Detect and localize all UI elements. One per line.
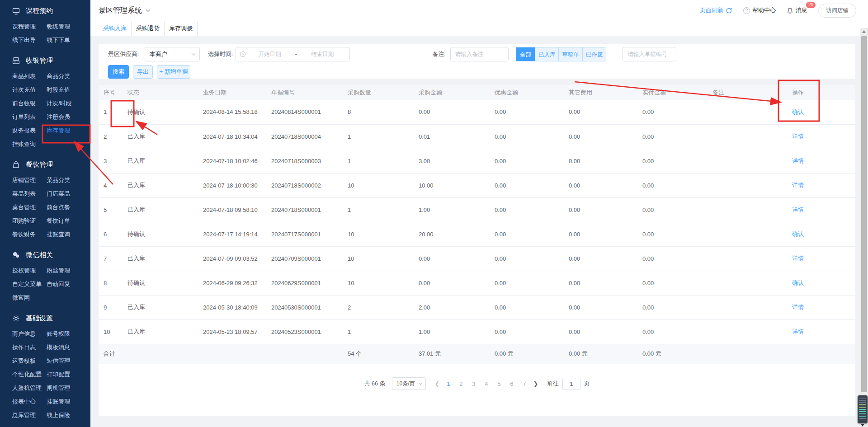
page-number-3[interactable]: 3: [467, 380, 480, 387]
scroll-down-arrow-icon[interactable]: [861, 424, 864, 427]
status-filter-draft[interactable]: 草稿单: [559, 47, 583, 61]
sidebar-item[interactable]: 自动回复: [47, 277, 90, 291]
confirm-link[interactable]: 确认: [792, 108, 804, 115]
sidebar-item[interactable]: 桌台管理: [12, 201, 47, 214]
detail-link[interactable]: 详情: [792, 304, 804, 310]
sidebar-item[interactable]: 总库管理: [12, 408, 47, 422]
sidebar-item[interactable]: 餐饮订单: [47, 214, 90, 228]
sidebar-item[interactable]: 前台点餐: [47, 201, 90, 214]
sidebar-item[interactable]: 商品分类: [47, 70, 90, 83]
sidebar-item[interactable]: 商户信息: [12, 327, 47, 341]
app-title-dropdown[interactable]: 景区管理系统: [99, 6, 151, 15]
sidebar-item[interactable]: 粉丝管理: [47, 264, 90, 277]
search-button[interactable]: 搜索: [108, 65, 129, 79]
cell-date: 2024-07-17 14:19:14: [203, 222, 271, 246]
sidebar-item[interactable]: 菜品列表: [12, 187, 47, 201]
section-title: 微信相关: [26, 251, 53, 259]
status-filter-all[interactable]: 全部: [516, 47, 535, 61]
cell-note: [712, 124, 769, 149]
sidebar-item[interactable]: 报表中心: [12, 395, 47, 408]
scroll-minimap-widget[interactable]: [858, 395, 868, 423]
cell-amount: 3.00: [419, 149, 495, 173]
sidebar-item[interactable]: 订单列表: [12, 110, 47, 124]
sidebar-item[interactable]: 课程管理: [12, 20, 47, 33]
goto-page-input[interactable]: [562, 378, 580, 390]
sidebar-item[interactable]: 操作日志: [12, 341, 47, 354]
sidebar-item[interactable]: 团购验证: [12, 214, 47, 228]
date-range-picker[interactable]: 开始日期 - 结束日期: [236, 47, 350, 61]
page-number-4[interactable]: 4: [480, 380, 493, 387]
sidebar-item[interactable]: 短信管理: [47, 354, 90, 368]
sidebar-item[interactable]: 挂账查询: [47, 228, 90, 241]
sidebar-item[interactable]: 授权管理: [12, 264, 47, 277]
refresh-label: 页面刷新: [700, 6, 723, 14]
sidebar-item[interactable]: 前台收银: [12, 97, 47, 110]
page-size-select[interactable]: 10条/页: [392, 377, 426, 390]
sidebar-item[interactable]: 自定义菜单: [12, 277, 47, 291]
confirm-link[interactable]: 确认: [792, 279, 804, 286]
note-input[interactable]: [450, 47, 509, 61]
sidebar-item[interactable]: 教练管理: [47, 20, 90, 33]
page-number-7[interactable]: 7: [518, 380, 531, 387]
sidebar-item[interactable]: 模板消息: [47, 341, 90, 354]
cell-date: 2024-07-18 09:58:10: [203, 197, 271, 222]
add-order-button[interactable]: + 新增单据: [157, 65, 190, 79]
tab-purchase-return[interactable]: 采购退货: [132, 21, 165, 36]
sidebar-item[interactable]: 店铺管理: [12, 174, 47, 187]
sidebar-item[interactable]: 运费模板: [12, 354, 47, 368]
page-title: 景区管理系统: [99, 6, 142, 15]
detail-link[interactable]: 详情: [792, 255, 804, 262]
scroll-up-arrow-icon[interactable]: [862, 30, 866, 33]
sidebar-item[interactable]: 账号权限: [47, 327, 90, 341]
detail-link[interactable]: 详情: [792, 133, 804, 140]
sidebar-item[interactable]: 财务报表: [12, 124, 47, 137]
sidebar-item[interactable]: 菜品分类: [47, 174, 90, 187]
messages-button[interactable]: 消息 20: [787, 6, 807, 14]
tab-purchase-inbound[interactable]: 采购入库: [99, 21, 132, 36]
sidebar-item[interactable]: 打印配置: [47, 368, 90, 381]
detail-link[interactable]: 详情: [792, 182, 804, 188]
cell-code: 20240718S000003: [271, 149, 348, 173]
order-code-input[interactable]: [623, 47, 676, 61]
sidebar-item[interactable]: 挂账管理: [47, 395, 90, 408]
sidebar-item[interactable]: 闸机管理: [47, 381, 90, 395]
cell-amount: 1.00: [419, 197, 495, 222]
sidebar-item[interactable]: 餐饮财务: [12, 228, 47, 241]
prev-page-button[interactable]: ❮: [432, 380, 442, 387]
tab-stock-transfer[interactable]: 库存调拨: [165, 21, 198, 36]
sidebar-item[interactable]: 商品列表: [12, 70, 47, 83]
sidebar-item[interactable]: 线下出导: [12, 33, 47, 47]
sidebar-item[interactable]: 计次/时段: [47, 97, 90, 110]
sidebar-item[interactable]: 线下下单: [47, 33, 90, 47]
sidebar-item[interactable]: 计次充值: [12, 83, 47, 97]
detail-link[interactable]: 详情: [792, 157, 804, 164]
page-number-5[interactable]: 5: [493, 380, 505, 387]
next-page-button[interactable]: ❯: [531, 380, 541, 387]
sidebar-item[interactable]: 微官网: [12, 291, 47, 305]
visit-shop-button[interactable]: 访问店铺: [818, 4, 856, 18]
sidebar-item[interactable]: 挂账查询: [12, 137, 47, 151]
page-number-1[interactable]: 1: [442, 380, 455, 387]
confirm-link[interactable]: 确认: [792, 230, 804, 237]
supplier-select[interactable]: 本商户: [145, 47, 200, 61]
page-refresh-button[interactable]: 页面刷新: [700, 6, 732, 14]
detail-link[interactable]: 详情: [792, 206, 804, 213]
sidebar-item[interactable]: 时段充值: [47, 83, 90, 97]
vertical-scrollbar[interactable]: [860, 28, 868, 427]
cell-no: 8: [99, 271, 127, 295]
export-button[interactable]: 导出: [133, 65, 153, 79]
detail-link[interactable]: 详情: [792, 328, 804, 335]
status-filter-inbound[interactable]: 已入库: [535, 47, 559, 61]
sidebar-item[interactable]: 个性化配置: [12, 368, 47, 381]
scrollbar-thumb[interactable]: [861, 36, 867, 392]
page-number-2[interactable]: 2: [455, 380, 467, 387]
cell-amount: 0.01: [419, 124, 495, 149]
help-center-button[interactable]: ? 帮助中心: [743, 6, 776, 14]
sidebar-item[interactable]: 线上保险: [47, 408, 90, 422]
sidebar-item[interactable]: 注册会员: [47, 110, 90, 124]
sidebar-item[interactable]: 门店菜品: [47, 187, 90, 201]
status-filter-void[interactable]: 已作废: [583, 47, 607, 61]
sidebar-item[interactable]: 人脸机管理: [12, 381, 47, 395]
page-number-6[interactable]: 6: [505, 380, 518, 387]
sidebar-item-inventory-active[interactable]: 库存管理: [47, 124, 90, 137]
